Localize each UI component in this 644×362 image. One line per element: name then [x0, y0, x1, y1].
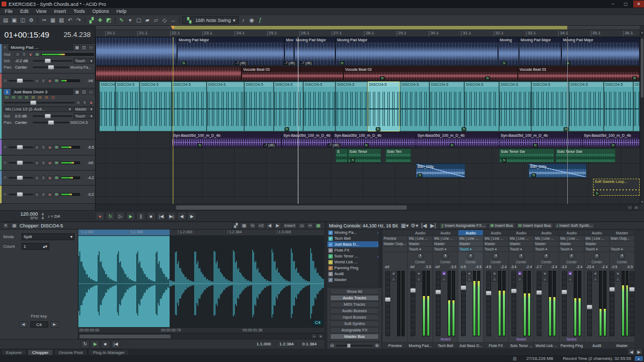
mixer-track-list-item[interactable]: ✓Panning Ping — [327, 265, 382, 271]
channel-automation-select[interactable]: Touch ▾ — [408, 247, 433, 252]
channel-fader[interactable] — [436, 271, 441, 336]
channel-solo-button[interactable]: ○ — [517, 277, 522, 282]
channel-output-select[interactable]: Master — [509, 241, 533, 247]
zoom-in-button[interactable]: + — [633, 205, 639, 210]
channel-output-select[interactable]: Master — [534, 241, 559, 247]
track-name-input[interactable]: Just Bass Drum 3 — [11, 89, 73, 95]
track-volume-slider[interactable] — [4, 102, 75, 104]
pan-knob[interactable] — [493, 253, 499, 260]
event-fx-badge[interactable]: fx — [197, 143, 202, 147]
chopper-auto-insert-icon[interactable]: ▦ — [314, 223, 322, 229]
audio-event[interactable]: DISCO4-5 — [115, 82, 140, 131]
play-from-start-button[interactable]: ▷ — [116, 212, 125, 220]
channel-fader[interactable] — [461, 271, 466, 336]
mixer-list-scrollbar[interactable] — [378, 230, 382, 287]
mixer-channel-strip[interactable]: AudioMic | Line ...MasterTouch ▾Center-i… — [408, 230, 433, 348]
timeline-vertical-scrollbar[interactable]: ▲ ▼ — [640, 30, 644, 204]
record-button[interactable]: ● — [96, 212, 105, 220]
track-fx-button[interactable]: fx — [54, 175, 60, 180]
chopper-stop-button[interactable]: ■ — [101, 340, 110, 349]
channel-automation-select[interactable]: Touch ▾ — [534, 247, 559, 252]
key-down-button[interactable]: ◀ — [19, 321, 28, 328]
chopper-shift-left-icon[interactable]: ◀ — [266, 223, 273, 229]
fader-handle[interactable] — [609, 287, 615, 292]
horizontal-scroll-thumb[interactable] — [176, 205, 407, 210]
audio-event[interactable]: Vocode Beat 03 — [343, 67, 518, 80]
event-fx-badge[interactable]: fx — [595, 191, 599, 196]
track-header[interactable]: ≡Moving Pad ...▦◫⋯Out○!●fxVol:-0.2 dBTou… — [0, 44, 95, 73]
automation-mode-select[interactable]: Touch▾ — [74, 113, 94, 119]
play-button[interactable]: ▶ — [126, 212, 135, 220]
menu-tools[interactable]: Tools — [70, 9, 89, 14]
fader-handle[interactable] — [385, 297, 391, 302]
channel-mute-button[interactable]: ● — [616, 271, 620, 276]
audio-event[interactable]: Vocode Beat 03 — [518, 67, 640, 80]
mixer-channel-strip[interactable]: AudioMic | Line ...MasterTouch ▾Center-2… — [584, 230, 609, 348]
track-checkbox[interactable]: ✓ — [328, 248, 333, 253]
audio-event[interactable]: DISCO4-5 — [335, 82, 368, 131]
channel-solo-button[interactable]: ○ — [492, 277, 497, 282]
channel-output-select[interactable]: Master — [433, 241, 458, 247]
mixer-channel-strip[interactable]: AudioMic | Line ...MasterTouch ▾Center-2… — [534, 230, 559, 348]
slider-knob[interactable] — [17, 145, 23, 150]
track-mute-button[interactable]: ○ — [34, 145, 40, 150]
audio-event[interactable]: S — [335, 149, 348, 162]
track-mute-button[interactable]: ○ — [34, 192, 40, 197]
filter-assignable-fx[interactable]: Assignable FX — [330, 327, 379, 333]
track-solo-button[interactable]: ! — [41, 175, 46, 181]
channel-solo-button[interactable]: ○ — [416, 277, 421, 282]
event-fx-badge[interactable]: fx — [502, 61, 507, 65]
time-display[interactable]: 01+00:15:49 25.4.238 — [0, 26, 95, 44]
track-checkbox[interactable]: ✓ — [328, 266, 333, 270]
track-input-select[interactable]: Mic | Line 1/2 (3- Audi...▾ — [4, 106, 72, 112]
event-fx-badge[interactable]: fx — [632, 76, 637, 80]
mixer-channel-strip[interactable]: AudioMic | Line ...MasterTouch ▾Center-i… — [433, 230, 458, 348]
channel-solo-button[interactable]: ○ — [593, 277, 598, 282]
track-solo-button[interactable]: ! — [41, 78, 46, 84]
chopper-double-selection-icon[interactable]: ×2 — [257, 223, 265, 229]
timeline[interactable]: 20.121.122.123.124.125.126.127.128.129.1… — [96, 26, 644, 210]
channel-mute-button[interactable]: ● — [593, 271, 598, 276]
channel-fader[interactable] — [630, 271, 634, 336]
track-output-select[interactable]: Master▾ — [74, 106, 94, 112]
chopper-loop-button[interactable]: ↻ — [80, 340, 90, 349]
track-arm-button[interactable]: ● — [28, 51, 33, 57]
open-file-icon[interactable]: ▣ — [10, 16, 18, 24]
channel-input-select[interactable]: Mic | Line ... — [433, 236, 458, 241]
pan-knob[interactable] — [543, 253, 550, 260]
mixer-track-list-item[interactable]: ✓Aud8 — [327, 271, 382, 277]
channel-output-select[interactable]: Master — [458, 241, 483, 247]
channel-fader[interactable] — [610, 271, 614, 336]
channel-solo-button[interactable]: ○ — [467, 277, 472, 282]
filter-master-bus[interactable]: Master Bus — [330, 334, 379, 339]
event-fx-badge[interactable]: fx — [462, 127, 466, 131]
track-solo-button[interactable]: ! — [41, 145, 46, 150]
track-checkbox[interactable]: ✓ — [328, 237, 333, 241]
mixer-channel-strip[interactable]: AudioMic | Line ...MasterTouch ▾Center-3… — [559, 230, 584, 348]
zoom-out-icon[interactable]: ⊖ — [330, 343, 334, 348]
event-fx-badge[interactable]: fx — [340, 61, 345, 65]
close-button[interactable]: ✕ — [633, 1, 644, 8]
fader-handle[interactable] — [410, 288, 416, 293]
event-fx-badge[interactable]: fx — [450, 143, 455, 147]
track-volume-slider[interactable] — [9, 162, 33, 164]
track-solo-button[interactable]: ! — [21, 51, 27, 57]
chopper-ruler[interactable]: 1.1.0001.1.3841.2.0001.2.3841.3.000 — [78, 230, 324, 236]
channel-fader[interactable] — [562, 271, 567, 336]
channel-output-select[interactable]: Master — [559, 241, 584, 247]
slider-knob[interactable] — [17, 78, 23, 83]
mixer-track-list-item[interactable]: ✓Master — [327, 277, 382, 283]
track-arm-button[interactable]: ● — [47, 175, 53, 181]
channel-output-select[interactable]: Master Outp... — [383, 241, 407, 247]
channel-solo-button[interactable]: ○ — [391, 277, 396, 282]
paint-tool-icon[interactable]: ▰ — [143, 16, 151, 24]
track-fx-chain-button[interactable]: ◫ — [81, 90, 87, 95]
track-name-input[interactable]: Moving Pad ... — [9, 45, 73, 50]
channel-fader[interactable] — [486, 271, 491, 336]
menu-options[interactable]: Options — [89, 9, 113, 14]
track-volume-slider[interactable] — [9, 146, 33, 148]
chopper-scroll-thumb[interactable] — [79, 335, 171, 338]
audio-event[interactable]: Moving Pad Major — [335, 37, 498, 65]
channel-automation-select[interactable]: Touch ▾ — [610, 247, 634, 252]
event-fx-badge[interactable]: fx — [418, 173, 422, 178]
